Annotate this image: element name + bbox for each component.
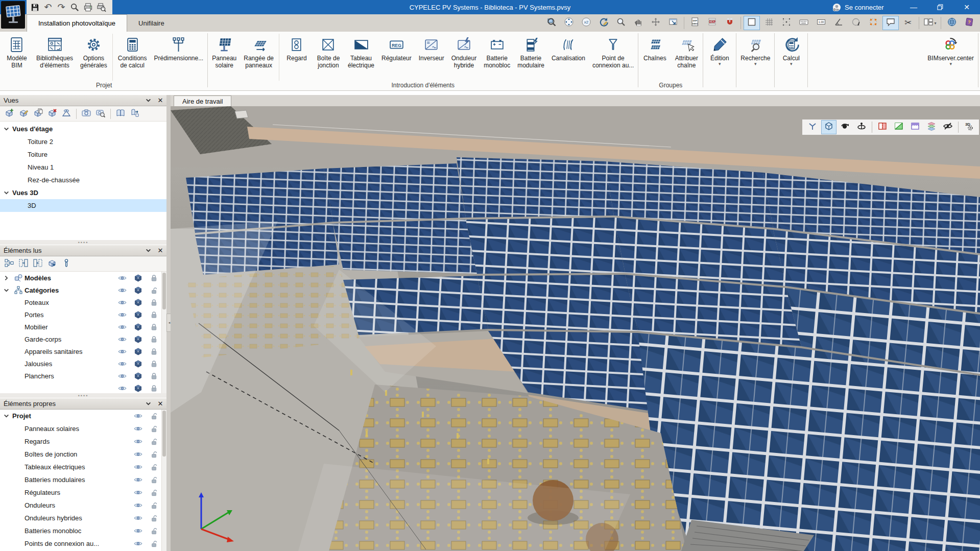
visibility-eye-toggle[interactable] (130, 541, 146, 546)
lock-toggle[interactable] (146, 425, 162, 433)
window-layout-button[interactable]: ▾ (922, 16, 938, 30)
predimension-button[interactable]: Prédimensionne... (150, 32, 207, 62)
elements-propres-scrollbar[interactable] (161, 410, 166, 551)
tree-item-mobilier[interactable]: Mobilier (0, 321, 162, 333)
electrical-panel-button[interactable]: Tableau électrique (344, 32, 378, 69)
keyboard-entry-button[interactable] (796, 16, 812, 30)
visibility-eye-toggle[interactable] (114, 300, 130, 305)
visibility-eye-toggle[interactable] (130, 502, 146, 508)
calculate-button[interactable]: Calcul▾ (775, 32, 807, 66)
lock-toggle[interactable] (146, 450, 162, 458)
calculation-conditions-button[interactable]: Conditions de calcul (114, 32, 151, 69)
redraw-button[interactable] (595, 16, 612, 30)
lock-toggle[interactable] (146, 360, 162, 368)
lock-toggle[interactable] (146, 438, 162, 445)
tree-item-batteries-monobloc[interactable]: Batteries monobloc (0, 524, 162, 537)
tree-item-mod-les[interactable]: Modèles (0, 272, 162, 284)
capture-zoom-button[interactable] (93, 107, 108, 121)
visibility-eye-toggle[interactable] (130, 413, 146, 419)
tree-item-vues-3d[interactable]: Vues 3D (0, 186, 166, 199)
search-button[interactable]: Recherche▾ (737, 32, 774, 66)
pan-hand-button[interactable] (630, 16, 647, 30)
edit-tools-button[interactable]: ✂ (900, 16, 916, 30)
zoom-search-button[interactable] (613, 16, 629, 30)
solar-panel-button[interactable]: Panneau solaire (208, 32, 240, 69)
tree-item-points-de-connexion-au-[interactable]: Points de connexion au... (0, 537, 162, 550)
print-button[interactable] (82, 1, 94, 13)
visibility-eye-toggle[interactable] (114, 349, 130, 354)
tree-item-niveau-1[interactable]: Niveau 1 (0, 161, 166, 174)
elements-lus-collapse-button[interactable] (142, 246, 154, 256)
tree-item-jalousies[interactable]: Jalousies (0, 357, 162, 370)
elements-lus-scrollbar[interactable] (161, 272, 166, 393)
lock-toggle[interactable] (146, 463, 162, 471)
lock-toggle[interactable] (146, 412, 162, 420)
scrollbar-thumb[interactable] (162, 273, 166, 309)
conduit-button[interactable]: Canalisation (548, 32, 589, 62)
maximize-button[interactable] (927, 0, 953, 14)
regulator-button[interactable]: REGRégulateur (378, 32, 415, 62)
visibility-eye-toggle[interactable] (114, 361, 130, 367)
help-button[interactable]: ? (961, 16, 977, 30)
lock-toggle[interactable] (146, 489, 162, 496)
visibility-eye-toggle[interactable] (114, 275, 130, 281)
visibility-eye-toggle[interactable] (114, 324, 130, 330)
tree-item-r-gulateurs[interactable]: Régulateurs (0, 486, 162, 499)
isolate-cube-toggle[interactable] (130, 348, 146, 355)
save-button[interactable] (29, 1, 41, 13)
lock-toggle[interactable] (146, 299, 162, 306)
clip-plane-button[interactable] (907, 120, 923, 134)
dxf-dwg-button[interactable]: DXFDWG (687, 16, 703, 30)
isolate-cube-toggle[interactable] (130, 311, 146, 319)
redo-button[interactable]: ↷ (55, 1, 67, 13)
section-plane-button[interactable] (891, 120, 906, 134)
manhole-button[interactable]: Regard (281, 32, 313, 62)
tree-item-vues-d-tage[interactable]: Vues d'étage (0, 123, 166, 135)
lock-toggle[interactable] (146, 527, 162, 535)
snap-points-button[interactable] (778, 16, 795, 30)
lock-toggle[interactable] (146, 540, 162, 547)
visibility-eye-toggle[interactable] (130, 490, 146, 495)
angle-button[interactable] (830, 16, 847, 30)
send-to-window-button[interactable] (665, 16, 681, 30)
elements-propres-close-button[interactable]: ✕ (154, 399, 166, 409)
section-box-button[interactable] (875, 120, 890, 134)
book-open-button[interactable] (113, 107, 128, 121)
scrollbar-thumb[interactable] (162, 411, 166, 457)
pin-button[interactable] (59, 257, 74, 271)
tree-item-bo-tes-de-jonction[interactable]: Boîtes de jonction (0, 448, 162, 461)
tree-item-appareils-sanitaires[interactable]: Appareils sanitaires (0, 345, 162, 357)
lock-toggle[interactable] (146, 372, 162, 380)
visibility-eye-toggle[interactable] (130, 426, 146, 432)
elements-lus-close-button[interactable]: ✕ (154, 246, 166, 256)
capture-button[interactable] (79, 107, 93, 121)
zoom-x2-button[interactable]: x2 (578, 16, 594, 30)
junction-box-button[interactable]: Boîte de jonction (313, 32, 344, 69)
vues-close-button[interactable]: ✕ (154, 95, 166, 106)
orbit-rotation-button[interactable] (848, 16, 864, 30)
tree-item-onduleurs[interactable]: Onduleurs (0, 499, 162, 512)
minimize-button[interactable]: — (900, 0, 927, 14)
tree-item-onduleurs-hybrides[interactable]: Onduleurs hybrides (0, 512, 162, 524)
view-edit-button[interactable] (16, 107, 31, 121)
panel-collapse-button[interactable] (16, 257, 31, 271)
plain-background-button[interactable] (744, 16, 760, 30)
visibility-eye-toggle[interactable] (130, 477, 146, 483)
tree-item-portes[interactable]: Portes (0, 308, 162, 321)
visibility-eye-toggle[interactable] (114, 386, 130, 391)
panel-splitter[interactable]: •••• (0, 393, 166, 398)
app-logo[interactable] (1, 1, 25, 29)
find-button[interactable] (68, 1, 81, 13)
element-libraries-button[interactable]: Bibliothèques d'éléments (33, 32, 77, 69)
isolate-cube-toggle[interactable] (130, 286, 146, 294)
inverter-button[interactable]: Inverseur (415, 32, 448, 62)
tree-item-poteaux[interactable]: Poteaux (0, 296, 162, 308)
view-duplicate-button[interactable] (31, 107, 45, 121)
visibility-eye-toggle[interactable] (130, 451, 146, 457)
lock-toggle[interactable] (146, 323, 162, 331)
panel-row-button[interactable]: Rangée de panneaux (240, 32, 277, 69)
panel-splitter[interactable]: •••• (0, 240, 166, 245)
panel-expand-button[interactable] (31, 257, 45, 271)
layers-button[interactable] (924, 120, 939, 134)
tree-item-panneaux-solaires[interactable]: Panneaux solaires (0, 422, 162, 435)
